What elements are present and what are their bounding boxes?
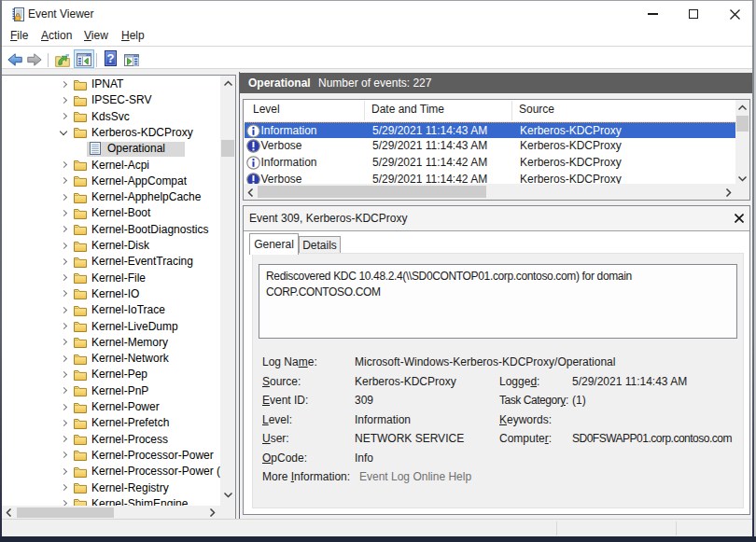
svg-text:?: ? bbox=[107, 51, 115, 65]
